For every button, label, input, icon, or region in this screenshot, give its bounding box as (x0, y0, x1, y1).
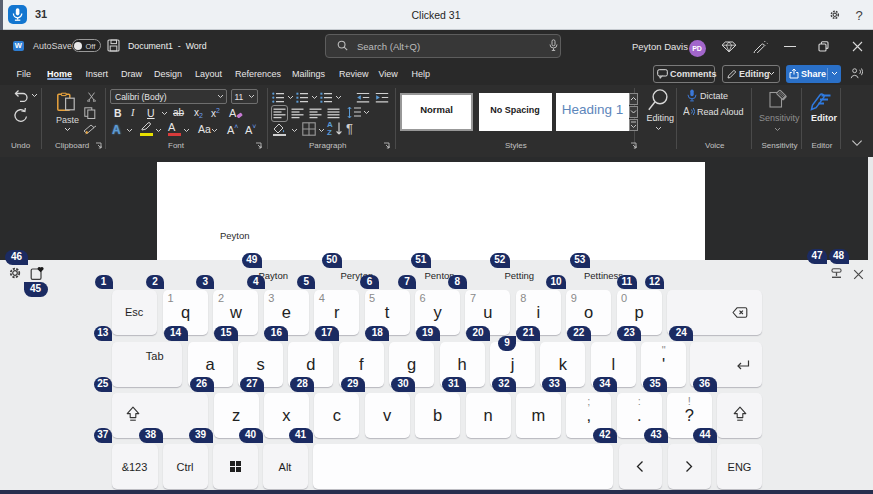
svg-text:A: A (683, 106, 690, 117)
